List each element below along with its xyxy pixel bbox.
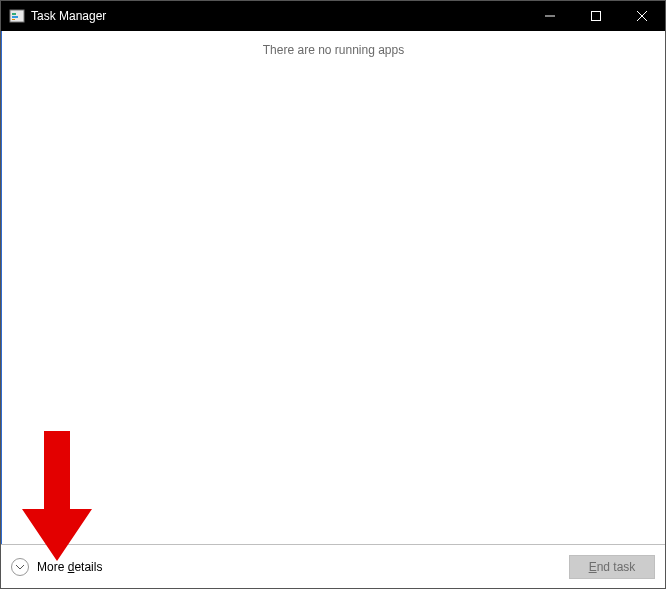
titlebar[interactable]: Task Manager xyxy=(1,1,665,31)
more-details-button[interactable]: More details xyxy=(11,558,102,576)
annotation-arrow-icon xyxy=(22,431,92,561)
empty-state-message: There are no running apps xyxy=(2,43,665,57)
maximize-button[interactable] xyxy=(573,1,619,31)
window-title: Task Manager xyxy=(31,9,527,23)
app-icon xyxy=(9,8,25,24)
svg-rect-5 xyxy=(592,12,601,21)
more-details-label: More details xyxy=(37,560,102,574)
minimize-button[interactable] xyxy=(527,1,573,31)
svg-marker-8 xyxy=(22,431,92,561)
svg-rect-2 xyxy=(12,16,18,18)
footer-bar: More details End task xyxy=(1,544,665,588)
end-task-button[interactable]: End task xyxy=(569,555,655,579)
close-button[interactable] xyxy=(619,1,665,31)
svg-rect-3 xyxy=(12,19,15,20)
task-manager-window: Task Manager There are no running apps M… xyxy=(0,0,666,589)
process-list-area: There are no running apps xyxy=(1,31,665,544)
chevron-down-circle-icon xyxy=(11,558,29,576)
svg-rect-1 xyxy=(12,13,16,15)
window-controls xyxy=(527,1,665,31)
